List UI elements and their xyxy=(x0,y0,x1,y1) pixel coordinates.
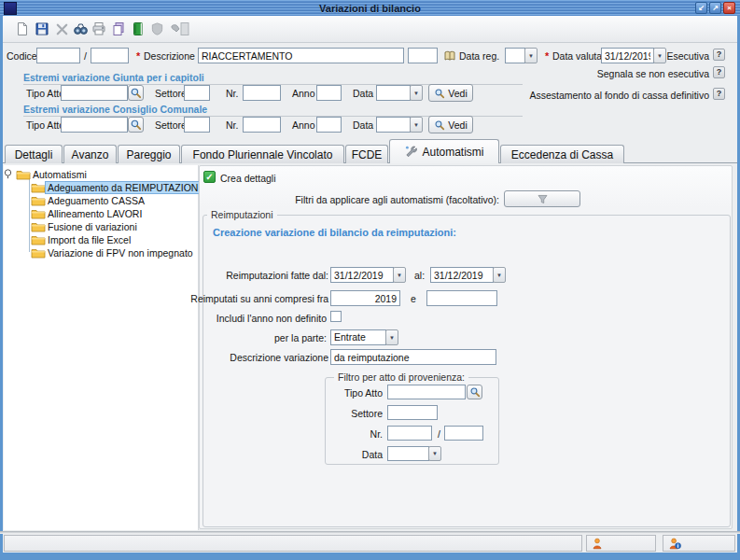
search-icon[interactable] xyxy=(72,21,89,37)
consiglio-data-dropdown-icon[interactable] xyxy=(410,117,423,133)
filtro-tipo-atto-input[interactable] xyxy=(387,385,466,399)
filtro-tipo-atto-search-icon[interactable] xyxy=(467,385,482,399)
tree-item-adeguamento-da-reimputazioni[interactable]: Adeguamento da REIMPUTAZIONI xyxy=(31,181,202,193)
data-valuta-input[interactable] xyxy=(601,48,654,63)
al-dropdown-icon[interactable] xyxy=(493,267,506,283)
descrizione-variazione-input[interactable] xyxy=(330,349,496,365)
new-document-icon[interactable] xyxy=(14,21,31,37)
consiglio-nr-input[interactable] xyxy=(243,117,281,133)
filtro-data-dropdown-icon[interactable] xyxy=(428,446,441,461)
includi-anno-checkbox[interactable] xyxy=(330,311,342,322)
filtro-data-input[interactable] xyxy=(387,446,429,461)
save-icon[interactable] xyxy=(34,21,50,37)
consiglio-settore-input[interactable] xyxy=(184,117,210,133)
parte-dropdown-icon[interactable] xyxy=(385,329,398,345)
tree-item-import-da-file-excel[interactable]: Import da file Excel xyxy=(31,233,133,245)
segnala-label: Segnala se non esecutiva xyxy=(597,68,709,79)
statusbar-lock-cell xyxy=(663,535,735,552)
reimputazioni-groupbox-title: Reimputazioni xyxy=(207,209,277,220)
filter-funnel-icon xyxy=(537,193,549,205)
giunta-tipo-atto-search-icon[interactable] xyxy=(128,85,144,101)
assestamento-tristate-checkbox[interactable]: ? xyxy=(713,88,725,100)
giunta-nr-input[interactable] xyxy=(243,85,281,101)
giunta-tipo-atto-label: Tipo Atto xyxy=(26,88,64,99)
folder-icon xyxy=(31,195,46,206)
fatte-dal-input[interactable] xyxy=(330,267,394,283)
crea-dettagli-checkbox[interactable] xyxy=(203,171,216,183)
data-reg-input[interactable] xyxy=(505,48,525,63)
giunta-anno-label: Anno xyxy=(292,88,315,99)
archive-icon[interactable] xyxy=(130,21,147,37)
giunta-section-title: Estremi variazione Giunta per i capitoli xyxy=(23,72,204,83)
e-label: e xyxy=(411,293,416,304)
tab-fcde[interactable]: FCDE xyxy=(345,145,388,163)
tree-item-allineamento-lavori[interactable]: Allineamento LAVORI xyxy=(31,207,144,219)
tab-avanzo[interactable]: Avanzo xyxy=(63,145,117,163)
consiglio-anno-input[interactable] xyxy=(316,117,342,133)
data-reg-dropdown-icon[interactable] xyxy=(524,48,538,63)
consiglio-data-input[interactable] xyxy=(376,117,411,133)
descrizione-extra-input[interactable] xyxy=(408,48,438,63)
consiglio-tipo-atto-input[interactable] xyxy=(61,117,128,133)
consiglio-anno-label: Anno xyxy=(292,119,315,131)
close-button[interactable]: × xyxy=(723,2,735,14)
restore-button[interactable]: ↙ xyxy=(695,2,707,14)
tree-item-fusione-di-variazioni[interactable]: Fusione di variazioni xyxy=(31,220,139,232)
folder-icon xyxy=(16,169,31,180)
segnala-tristate-checkbox[interactable]: ? xyxy=(713,66,725,78)
maximize-button[interactable]: ↗ xyxy=(709,2,721,14)
tab-dettagli[interactable]: Dettagli xyxy=(5,145,63,163)
data-valuta-dropdown-icon[interactable] xyxy=(653,48,666,63)
giunta-data-input[interactable] xyxy=(376,85,411,101)
giunta-tipo-atto-input[interactable] xyxy=(61,85,128,101)
codice-slash: / xyxy=(84,50,87,62)
consiglio-vedi-label: Vedi xyxy=(448,119,467,131)
tree-root-automatismi[interactable]: Automatismi xyxy=(4,168,89,180)
filtro-nr-input[interactable] xyxy=(387,426,432,441)
shield-icon xyxy=(148,21,165,37)
codice-label: Codice xyxy=(7,50,37,62)
fatte-dal-dropdown-icon[interactable] xyxy=(393,267,406,283)
folder-icon xyxy=(31,234,46,245)
tree-item-adeguamento-cassa[interactable]: Adeguamento CASSA xyxy=(31,194,147,206)
tree-item-variazione-di-fpv-non-impegnato[interactable]: Variazione di FPV non impegnato xyxy=(31,246,195,259)
codice-input[interactable] xyxy=(36,48,80,63)
tab-fondo-pluriennale-vincolato[interactable]: Fondo Pluriennale Vincolato xyxy=(181,145,344,163)
giunta-settore-input[interactable] xyxy=(184,85,210,101)
notes-book-icon[interactable] xyxy=(441,48,458,64)
filtro-settore-label: Settore xyxy=(351,408,383,419)
parte-label: per la parte: xyxy=(274,332,327,343)
filtro-atto-title: Filtro per atto di provenienza: xyxy=(334,371,468,383)
giunta-vedi-button[interactable]: Vedi xyxy=(428,84,473,102)
esecutiva-tristate-checkbox[interactable]: ? xyxy=(713,49,725,61)
filtri-button[interactable] xyxy=(504,190,580,207)
filtro-nr2-input[interactable] xyxy=(444,426,483,441)
crea-dettagli-label: Crea dettagli xyxy=(220,173,276,184)
giunta-anno-input[interactable] xyxy=(316,85,342,101)
descrizione-input[interactable] xyxy=(198,48,404,63)
folder-icon xyxy=(31,221,46,232)
descrizione-variazione-label: Descrizione variazione xyxy=(230,352,328,363)
anni-da-input[interactable] xyxy=(330,290,400,306)
consiglio-vedi-button[interactable]: Vedi xyxy=(428,116,473,133)
delete-icon[interactable] xyxy=(53,21,70,37)
copy-icon[interactable] xyxy=(110,21,127,37)
filtro-settore-input[interactable] xyxy=(387,405,438,420)
tab-automatismi[interactable]: Automatismi xyxy=(389,139,499,163)
filtri-label: Filtri da applicare agli automatismi (fa… xyxy=(295,194,499,205)
tab-pareggio[interactable]: Pareggio xyxy=(118,145,180,163)
parte-select[interactable]: Entrate xyxy=(330,329,386,345)
giunta-data-dropdown-icon[interactable] xyxy=(410,85,423,101)
data-valuta-required-marker: * xyxy=(545,50,549,62)
anni-a-input[interactable] xyxy=(426,290,497,306)
al-input[interactable] xyxy=(430,267,494,283)
wrench-icon xyxy=(404,145,418,159)
print-icon[interactable] xyxy=(91,21,107,37)
tab-eccedenza-di-cassa[interactable]: Eccedenza di Cassa xyxy=(500,145,624,163)
tree-expander-icon[interactable] xyxy=(4,169,12,179)
data-reg-label: Data reg. xyxy=(459,50,499,62)
app-icon xyxy=(4,2,17,15)
codice2-input[interactable] xyxy=(91,48,129,63)
consiglio-tipo-atto-search-icon[interactable] xyxy=(128,117,144,133)
giunta-nr-label: Nr. xyxy=(226,88,238,99)
